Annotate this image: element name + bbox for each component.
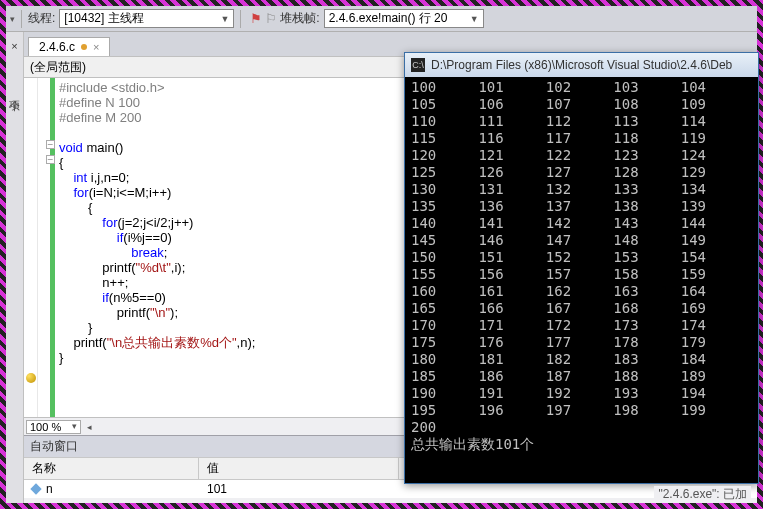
tab-close-icon[interactable]: × — [93, 41, 99, 53]
collapse-icon[interactable]: − — [46, 140, 55, 149]
thread-value: [10432] 主线程 — [64, 10, 143, 27]
gutter — [24, 78, 38, 417]
status-text: "2.4.6.exe": 已加 — [654, 486, 751, 503]
thread-label: 线程: — [28, 10, 55, 27]
toolbar-arrow-icon[interactable]: ▾ — [10, 14, 15, 24]
modified-dot-icon — [81, 44, 87, 50]
flag-icon[interactable]: ⚑ — [250, 11, 262, 26]
scope-text: (全局范围) — [30, 59, 86, 76]
var-value: 101 — [199, 480, 399, 498]
chevron-down-icon: ▾ — [72, 421, 77, 433]
console-titlebar[interactable]: C:\ D:\Program Files (x86)\Microsoft Vis… — [405, 53, 758, 77]
stack-label: 堆栈帧: — [280, 10, 319, 27]
flag-outline-icon[interactable]: ⚐ — [265, 11, 277, 26]
zoom-value: 100 % — [30, 421, 61, 433]
console-output: 100 101 102 103 104 105 106 107 108 109 … — [405, 77, 758, 483]
chevron-down-icon: ▼ — [470, 14, 479, 24]
nav-left-icon[interactable]: ◂ — [87, 422, 92, 432]
collapse-icon[interactable]: − — [46, 155, 55, 164]
variable-icon — [30, 483, 41, 494]
side-panel: × 个项 — [6, 32, 24, 503]
breakpoint-icon[interactable] — [26, 373, 36, 383]
stackframe-value: 2.4.6.exe!main() 行 20 — [329, 10, 448, 27]
stackframe-selector[interactable]: 2.4.6.exe!main() 行 20 ▼ — [324, 9, 484, 28]
console-title-text: D:\Program Files (x86)\Microsoft Visual … — [431, 58, 732, 72]
chevron-down-icon: ▼ — [220, 14, 229, 24]
zoom-field[interactable]: 100 % ▾ — [26, 420, 81, 434]
col-value[interactable]: 值 — [199, 458, 399, 479]
tab-file[interactable]: 2.4.6.c × — [28, 37, 110, 56]
console-window[interactable]: C:\ D:\Program Files (x86)\Microsoft Vis… — [404, 52, 759, 484]
col-name[interactable]: 名称 — [24, 458, 199, 479]
thread-selector[interactable]: [10432] 主线程 ▼ — [59, 9, 234, 28]
debug-toolbar: ▾ 线程: [10432] 主线程 ▼ ⚑ ⚐ 堆栈帧: 2.4.6.exe!m… — [6, 6, 757, 32]
console-icon: C:\ — [411, 58, 425, 72]
outline-column: − − — [38, 78, 50, 417]
tab-label: 2.4.6.c — [39, 40, 75, 54]
var-name: n — [46, 482, 53, 496]
close-icon[interactable]: × — [11, 40, 17, 52]
